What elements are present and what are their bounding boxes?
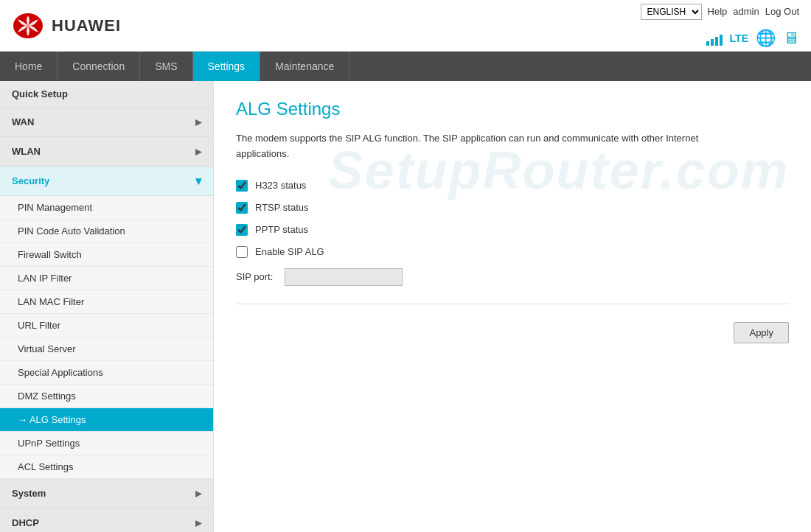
main-layout: Quick Setup WAN ▸ WLAN ▸ Security ▾ PIN … <box>0 81 811 532</box>
sidebar-item-lan-mac-filter[interactable]: LAN MAC Filter <box>0 290 213 314</box>
wan-arrow-icon: ▸ <box>195 115 201 129</box>
sidebar-section-dhcp[interactable]: DHCP ▸ <box>0 508 213 532</box>
top-right-area: ENGLISH Help admin Log Out LTE 🌐 🖥 <box>641 4 799 48</box>
rtsp-checkbox-row: RTSP status <box>236 202 789 214</box>
sidebar-section-wlan[interactable]: WLAN ▸ <box>0 137 213 167</box>
content-area: SetupRouter.com ALG Settings The modem s… <box>214 81 811 532</box>
sidebar-item-acl-settings[interactable]: ACL Settings <box>0 455 213 479</box>
sip-port-label: SIP port: <box>236 271 273 282</box>
help-link[interactable]: Help <box>708 6 728 17</box>
sip-port-input[interactable] <box>285 268 403 286</box>
dhcp-arrow-icon: ▸ <box>195 516 201 530</box>
signal-bar-2 <box>711 39 714 46</box>
content-inner: ALG Settings The modem supports the SIP … <box>236 99 789 343</box>
h323-checkbox-row: H323 status <box>236 180 789 192</box>
wlan-arrow-icon: ▸ <box>195 144 201 158</box>
logo-text: HUAWEI <box>52 16 121 35</box>
sidebar-item-upnp-settings[interactable]: UPnP Settings <box>0 432 213 455</box>
sidebar-section-quick-setup[interactable]: Quick Setup <box>0 81 213 108</box>
nav-item-settings[interactable]: Settings <box>193 52 261 81</box>
page-title: ALG Settings <box>236 99 789 119</box>
signal-bar-4 <box>720 35 723 46</box>
pptp-label: PPTP status <box>255 224 308 235</box>
logout-link[interactable]: Log Out <box>765 6 799 17</box>
sip-alg-checkbox-row: Enable SIP ALG <box>236 246 789 258</box>
sip-port-row: SIP port: <box>236 268 789 286</box>
sidebar-section-wan[interactable]: WAN ▸ <box>0 108 213 137</box>
lte-label: LTE <box>730 32 748 44</box>
sidebar-item-firewall-switch[interactable]: Firewall Switch <box>0 243 213 267</box>
sidebar-item-url-filter[interactable]: URL Filter <box>0 314 213 337</box>
h323-label: H323 status <box>255 180 306 191</box>
huawei-logo-icon <box>12 12 44 40</box>
h323-checkbox[interactable] <box>236 180 248 192</box>
signal-bar-3 <box>715 37 718 46</box>
sip-alg-checkbox[interactable] <box>236 246 248 258</box>
pptp-checkbox-row: PPTP status <box>236 224 789 236</box>
nav-item-maintenance[interactable]: Maintenance <box>260 52 349 81</box>
security-arrow-icon: ▾ <box>195 174 201 188</box>
pptp-checkbox[interactable] <box>236 224 248 236</box>
signal-area: LTE 🌐 🖥 <box>706 29 799 48</box>
sidebar-item-pin-management[interactable]: PIN Management <box>0 196 213 220</box>
sip-alg-label: Enable SIP ALG <box>255 246 324 257</box>
sidebar-item-virtual-server[interactable]: Virtual Server <box>0 337 213 361</box>
nav-item-home[interactable]: Home <box>0 52 58 81</box>
divider <box>236 304 789 304</box>
apply-button[interactable]: Apply <box>734 322 789 343</box>
admin-link[interactable]: admin <box>733 6 759 17</box>
rtsp-label: RTSP status <box>255 202 309 213</box>
top-actions: ENGLISH Help admin Log Out <box>641 4 799 20</box>
sidebar-item-lan-ip-filter[interactable]: LAN IP Filter <box>0 267 213 290</box>
monitor-icon: 🖥 <box>783 29 799 48</box>
sidebar-section-security[interactable]: Security ▾ <box>0 167 213 196</box>
logo-area: HUAWEI <box>12 12 121 40</box>
top-bar: HUAWEI ENGLISH Help admin Log Out LTE 🌐 … <box>0 0 811 52</box>
description-text: The modem supports the SIP ALG function.… <box>236 131 737 162</box>
signal-bars <box>706 31 723 46</box>
sidebar-item-alg-settings[interactable]: → ALG Settings <box>0 408 213 432</box>
signal-bar-1 <box>706 41 709 46</box>
sidebar-item-pin-code-auto-validation[interactable]: PIN Code Auto Validation <box>0 220 213 243</box>
nav-item-connection[interactable]: Connection <box>58 52 140 81</box>
system-arrow-icon: ▸ <box>195 486 201 500</box>
globe-icon: 🌐 <box>756 29 776 48</box>
sidebar: Quick Setup WAN ▸ WLAN ▸ Security ▾ PIN … <box>0 81 214 532</box>
language-select[interactable]: ENGLISH <box>641 4 702 20</box>
sidebar-section-system[interactable]: System ▸ <box>0 479 213 508</box>
sidebar-item-dmz-settings[interactable]: DMZ Settings <box>0 385 213 408</box>
nav-bar: Home Connection SMS Settings Maintenance <box>0 52 811 81</box>
sidebar-item-special-applications[interactable]: Special Applications <box>0 361 213 385</box>
apply-row: Apply <box>236 322 789 343</box>
nav-item-sms[interactable]: SMS <box>140 52 192 81</box>
rtsp-checkbox[interactable] <box>236 202 248 214</box>
